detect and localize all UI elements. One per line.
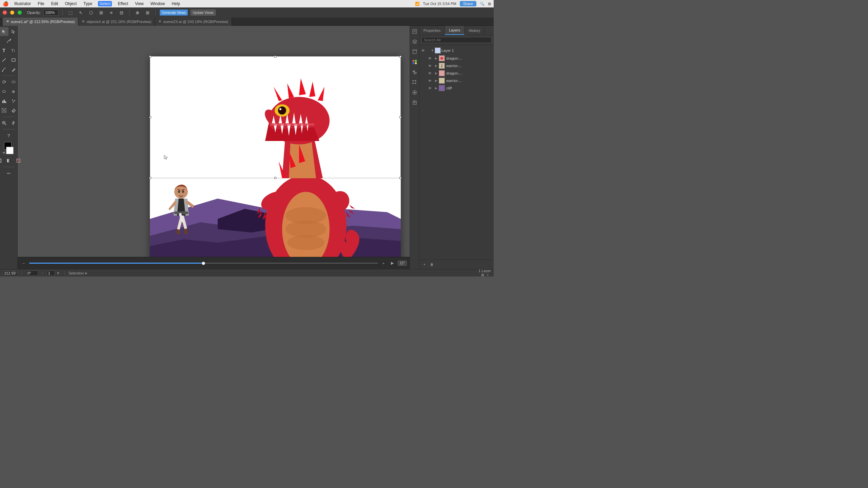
new-layer-button[interactable]: + xyxy=(421,262,428,268)
layer-dragon2-vis[interactable]: 👁 xyxy=(428,71,432,76)
select-tool-btn[interactable]: ⬚ xyxy=(67,9,74,16)
export-icon[interactable] xyxy=(411,99,418,106)
properties-icon[interactable] xyxy=(411,28,418,35)
tab-objectsx[interactable]: ✕ objectsX.ai @ 221.16% (RGB/Preview) xyxy=(78,18,155,26)
maximize-button[interactable] xyxy=(18,11,22,15)
arrange-btn[interactable]: ⊞ xyxy=(144,9,151,16)
menu-view[interactable]: View xyxy=(134,1,145,6)
layer-1-name[interactable]: Layer 1 xyxy=(441,48,492,53)
layer-warrior1-expand[interactable]: ▶ xyxy=(435,64,437,67)
menu-effect[interactable]: Effect xyxy=(117,1,129,6)
delete-layer-button[interactable]: 🗑 xyxy=(429,262,435,268)
layer-cliff-expand[interactable]: ▶ xyxy=(435,86,437,90)
fill-mode[interactable] xyxy=(0,156,4,165)
grid-icon[interactable]: ⊞ xyxy=(488,2,491,6)
align-left-btn[interactable]: ⊞ xyxy=(97,9,105,16)
reflect-tool[interactable] xyxy=(9,78,18,86)
timeline-plus[interactable]: + xyxy=(380,260,387,267)
help-tool[interactable]: ? xyxy=(4,131,13,140)
timeline-thumb[interactable] xyxy=(202,262,205,265)
transform-btn[interactable]: ⊕ xyxy=(134,9,141,16)
scatter-tool[interactable] xyxy=(9,97,18,105)
layer-cliff-vis[interactable]: 👁 xyxy=(428,86,432,90)
swap-colors-icon[interactable]: ⇄ xyxy=(3,151,5,154)
distribute-btn[interactable]: ⊟ xyxy=(118,9,125,16)
menu-select[interactable]: Select xyxy=(98,1,112,6)
timeline-track[interactable] xyxy=(29,263,378,264)
close-button[interactable] xyxy=(3,11,7,15)
width-tool[interactable] xyxy=(0,87,8,96)
appearance-icon[interactable] xyxy=(411,89,418,96)
text-tool[interactable]: T xyxy=(0,46,8,55)
menu-window[interactable]: Window xyxy=(150,1,166,6)
hand-tool[interactable] xyxy=(9,119,18,127)
zoom-tool[interactable] xyxy=(0,119,8,127)
artboard-input[interactable] xyxy=(47,270,55,276)
line-tool[interactable] xyxy=(0,56,8,64)
layer-warrior1-vis[interactable]: 👁 xyxy=(428,63,432,68)
pen-tool[interactable] xyxy=(4,37,13,45)
rotation-input[interactable] xyxy=(26,270,38,276)
none-fill[interactable] xyxy=(14,156,23,165)
layer-1-visibility-icon[interactable]: 👁 xyxy=(421,48,426,53)
layer-1-header[interactable]: 👁 ▼ Layer 1 xyxy=(419,46,494,55)
tab-scene2x[interactable]: ✕ scene2X.ai @ 243.19% (RGB/Preview) xyxy=(155,18,232,26)
layer-dragon2-expand[interactable]: ▶ xyxy=(435,72,437,75)
selection-tool[interactable] xyxy=(0,27,8,36)
artboard-icon[interactable] xyxy=(411,48,418,56)
layer-item-cliff[interactable]: 👁 ▶ cliff xyxy=(419,84,494,92)
layers-tab[interactable]: Layers xyxy=(445,26,465,35)
layer-item-dragon2[interactable]: 👁 ▶ dragon-... xyxy=(419,69,494,77)
layer-item-warrior1[interactable]: 👁 ▶ warrior-... xyxy=(419,62,494,69)
rect-tool[interactable] xyxy=(9,56,18,64)
generate-views-button[interactable]: Generate Views xyxy=(160,9,188,16)
eraser-tool[interactable] xyxy=(9,106,18,115)
direct-selection-tool[interactable] xyxy=(9,27,18,36)
zoom-input[interactable] xyxy=(3,270,18,276)
opacity-input[interactable] xyxy=(43,9,58,16)
swatches-icon[interactable] xyxy=(411,58,418,66)
slice-tool[interactable] xyxy=(0,106,8,115)
update-views-button[interactable]: Update Views xyxy=(191,9,216,16)
direct-select-btn[interactable]: ↖ xyxy=(77,9,84,16)
pencil-tool[interactable] xyxy=(9,65,18,74)
menu-file[interactable]: File xyxy=(37,1,45,6)
paintbrush-tool[interactable] xyxy=(0,65,8,74)
minimize-button[interactable] xyxy=(10,11,14,15)
menu-help[interactable]: Help xyxy=(171,1,181,6)
menu-edit[interactable]: Edit xyxy=(50,1,59,6)
canvas-area[interactable] xyxy=(18,26,410,269)
more-tools[interactable]: ••• xyxy=(4,169,13,178)
timeline-minus[interactable]: − xyxy=(20,260,27,267)
menu-type[interactable]: Type xyxy=(82,1,93,6)
touch-tool[interactable]: T↕ xyxy=(9,46,18,55)
layers-icon[interactable] xyxy=(411,38,418,45)
menu-illustrator[interactable]: Illustrator xyxy=(13,1,32,6)
layer-warrior2-expand[interactable]: ▶ xyxy=(435,79,437,82)
history-tab[interactable]: History xyxy=(465,26,485,35)
share-button[interactable]: Share xyxy=(460,1,476,6)
layers-search-input[interactable] xyxy=(421,37,492,43)
apple-logo-icon[interactable]: 🍎 xyxy=(3,1,8,6)
search-icon[interactable]: 🔍 xyxy=(480,2,485,6)
zoom-in-icon[interactable]: + xyxy=(487,273,489,277)
layer-1-expand-icon[interactable]: ▼ xyxy=(431,49,434,52)
align-icon[interactable] xyxy=(411,68,418,76)
group-btn[interactable]: ⬡ xyxy=(87,9,95,16)
zoom-fit-icon[interactable]: ⊞ xyxy=(481,273,484,277)
layer-dragon1-expand[interactable]: ▶ xyxy=(435,57,437,60)
layer-warrior2-vis[interactable]: 👁 xyxy=(428,78,432,83)
transform-icon[interactable] xyxy=(411,79,418,86)
rotate-tool[interactable] xyxy=(0,78,8,86)
properties-tab[interactable]: Properties xyxy=(419,26,445,35)
gradient-mode[interactable] xyxy=(4,156,13,165)
layer-item-dragon1[interactable]: 👁 ▶ dragon-... xyxy=(419,55,494,62)
align-center-btn[interactable]: ≡ xyxy=(107,9,115,16)
layer-dragon1-vis[interactable]: 👁 xyxy=(428,56,432,61)
layer-item-warrior2[interactable]: 👁 ▶ warrior-... xyxy=(419,77,494,84)
background-color[interactable] xyxy=(6,147,14,154)
column-graph-tool[interactable] xyxy=(0,97,8,105)
tab-scene1[interactable]: ✕ scene1.ai* @ 212.55% (RGB/Preview) xyxy=(3,18,78,26)
menu-object[interactable]: Object xyxy=(64,1,78,6)
timeline-play[interactable]: ▶ xyxy=(389,260,396,267)
